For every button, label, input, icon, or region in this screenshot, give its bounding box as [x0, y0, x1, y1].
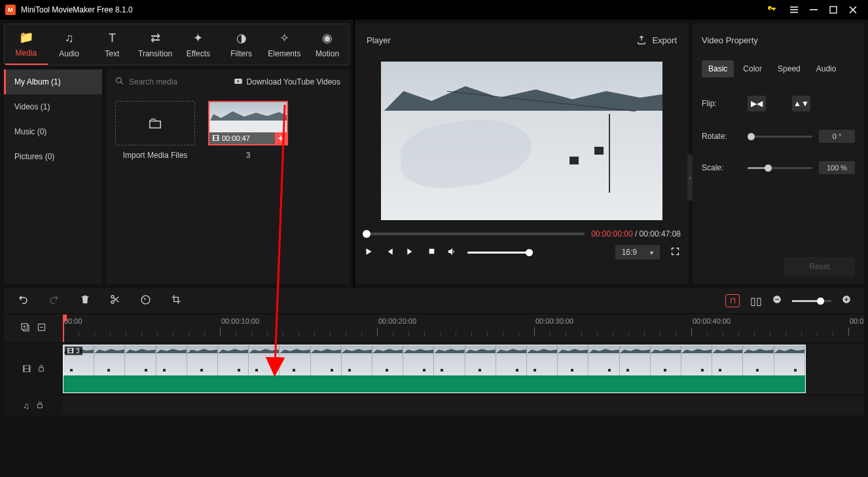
- svg-rect-14: [37, 404, 42, 408]
- video-preview[interactable]: [381, 62, 662, 220]
- crop-button[interactable]: [171, 294, 181, 307]
- scale-value[interactable]: 100 %: [819, 161, 855, 174]
- chevron-down-icon: ▾: [650, 249, 653, 256]
- play-button[interactable]: [363, 247, 374, 258]
- tab-media[interactable]: 📁Media: [5, 24, 48, 65]
- zoom-slider[interactable]: [792, 300, 831, 302]
- rotate-slider[interactable]: [748, 136, 812, 138]
- sidebar-item-music[interactable]: Music (0): [4, 119, 102, 144]
- export-button[interactable]: Export: [636, 35, 677, 45]
- app-logo: M: [5, 5, 16, 15]
- close-button[interactable]: [843, 0, 863, 20]
- next-frame-button[interactable]: [405, 247, 416, 258]
- tab-filters[interactable]: ◑Filters: [220, 24, 263, 65]
- sidebar-item-pictures[interactable]: Pictures (0): [4, 144, 102, 169]
- folder-add-icon: 🗀: [147, 114, 163, 132]
- effects-icon: ✦: [193, 31, 203, 45]
- youtube-icon: [234, 77, 243, 88]
- main-toolbar: 📁Media ♫Audio TText ⇄Transition ✦Effects…: [4, 24, 350, 66]
- timeline-area: ⊓ ▯▯ 00:0000:00:10:0000:00:20:0000:00:30…: [0, 288, 868, 415]
- stop-button[interactable]: [425, 247, 437, 258]
- text-icon: T: [109, 31, 116, 45]
- properties-panel: › Video Property Basic Color Speed Audio…: [693, 24, 864, 284]
- tab-elements[interactable]: ✧Elements: [263, 24, 306, 65]
- upgrade-key-icon[interactable]: [767, 5, 776, 16]
- svg-rect-1: [830, 7, 837, 13]
- player-title: Player: [367, 35, 391, 45]
- split-button[interactable]: [110, 294, 120, 307]
- prop-tab-audio[interactable]: Audio: [810, 60, 843, 77]
- flip-horizontal-button[interactable]: ▶◀: [748, 96, 766, 111]
- player-panel: Player Export 00:00:00:00 / 00:00:47:08 …: [355, 24, 689, 284]
- tab-effects[interactable]: ✦Effects: [177, 24, 220, 65]
- prop-tab-speed[interactable]: Speed: [771, 60, 807, 77]
- undo-button[interactable]: [17, 294, 29, 308]
- volume-icon[interactable]: [446, 246, 458, 259]
- media-sidebar: My Album (1) Videos (1) Music (0) Pictur…: [4, 69, 102, 284]
- lock-track-button[interactable]: [37, 364, 45, 374]
- playback-scrubber[interactable]: [363, 233, 585, 235]
- sidebar-item-videos[interactable]: Videos (1): [4, 94, 102, 119]
- search-input[interactable]: [129, 77, 208, 86]
- flip-vertical-button[interactable]: ▲▼: [792, 96, 810, 111]
- sidebar-item-myalbum[interactable]: My Album (1): [4, 69, 102, 94]
- download-youtube-link[interactable]: Download YouTube Videos: [234, 77, 340, 88]
- svg-point-2: [117, 78, 122, 83]
- menu-icon[interactable]: [784, 0, 804, 20]
- zoom-in-button[interactable]: [842, 295, 851, 307]
- properties-title: Video Property: [702, 24, 855, 56]
- aspect-ratio-select[interactable]: 16:9▾: [615, 245, 660, 259]
- remove-track-button[interactable]: [37, 322, 46, 334]
- delete-button[interactable]: [80, 294, 90, 307]
- prop-tab-basic[interactable]: Basic: [702, 60, 734, 77]
- prev-frame-button[interactable]: [384, 247, 395, 258]
- motion-icon: ◉: [322, 31, 333, 45]
- zoom-out-button[interactable]: [772, 295, 782, 307]
- redo-button[interactable]: [48, 294, 60, 308]
- folder-icon: 📁: [19, 30, 33, 45]
- audio-track-icon: ♫: [23, 401, 29, 411]
- filters-icon: ◑: [236, 31, 247, 45]
- video-track[interactable]: 🎞 3: [63, 343, 864, 394]
- collapse-properties-button[interactable]: ›: [687, 155, 693, 200]
- clip-badge: 🎞 3: [65, 347, 82, 355]
- transition-icon: ⇄: [151, 31, 160, 45]
- rotate-value[interactable]: 0 °: [819, 130, 855, 143]
- search-icon: [115, 77, 124, 87]
- app-title: MiniTool MovieMaker Free 8.1.0: [21, 5, 767, 14]
- reset-button[interactable]: Reset: [784, 257, 855, 277]
- elements-icon: ✧: [280, 31, 289, 45]
- timecode: 00:00:00:00 / 00:00:47:08: [591, 229, 681, 238]
- media-panel: 📁Media ♫Audio TText ⇄Transition ✦Effects…: [0, 20, 355, 288]
- minimize-button[interactable]: [804, 0, 823, 20]
- lock-audio-track-button[interactable]: [36, 401, 44, 411]
- media-content: Download YouTube Videos 🗀 Import Media F…: [106, 69, 350, 284]
- fullscreen-button[interactable]: [669, 246, 681, 258]
- tab-audio[interactable]: ♫Audio: [48, 24, 91, 65]
- tab-text[interactable]: TText: [91, 24, 134, 65]
- audio-track[interactable]: [63, 396, 864, 415]
- video-track-icon: 🎞: [22, 364, 31, 374]
- volume-slider[interactable]: [467, 252, 533, 254]
- maximize-button[interactable]: [823, 0, 843, 20]
- add-to-timeline-button[interactable]: +: [275, 132, 287, 144]
- prop-tab-color[interactable]: Color: [736, 60, 769, 77]
- add-track-button[interactable]: [20, 322, 30, 334]
- tab-motion[interactable]: ◉Motion: [306, 24, 349, 65]
- playhead[interactable]: [63, 315, 64, 342]
- speed-button[interactable]: [140, 294, 151, 308]
- track-height-button[interactable]: ▯▯: [750, 295, 762, 307]
- svg-rect-9: [775, 299, 779, 299]
- svg-rect-0: [810, 9, 818, 10]
- tab-transition[interactable]: ⇄Transition: [134, 24, 177, 65]
- import-media-box[interactable]: 🗀 Import Media Files: [115, 101, 195, 160]
- media-clip-thumbnail[interactable]: 🎞00:00:47 + 3: [208, 101, 288, 160]
- timeline-ruler[interactable]: 00:0000:00:10:0000:00:20:0000:00:30:0000…: [63, 315, 864, 342]
- scale-slider[interactable]: [748, 167, 812, 169]
- svg-rect-13: [39, 368, 43, 372]
- timeline-clip[interactable]: 🎞 3: [63, 345, 806, 393]
- film-icon: 🎞: [212, 134, 219, 142]
- titlebar: M MiniTool MovieMaker Free 8.1.0: [0, 0, 868, 20]
- music-note-icon: ♫: [65, 31, 74, 45]
- snap-button[interactable]: ⊓: [725, 294, 740, 307]
